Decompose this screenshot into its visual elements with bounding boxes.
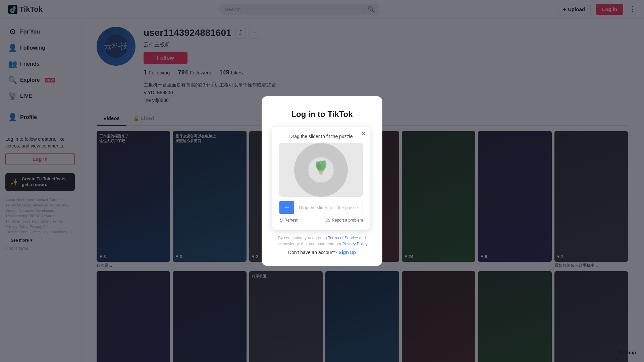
login-modal: Log in to TikTok ✕ Drag the slider to fi… [262,96,382,266]
refresh-icon: ↻ [279,218,283,223]
svg-point-7 [319,172,323,175]
captcha-close-button[interactable]: ✕ [361,130,366,137]
terms-of-service-link[interactable]: Terms of Service [328,236,358,240]
captcha-slider-handle[interactable]: → [279,201,294,214]
captcha-puzzle-piece [308,157,334,183]
captcha-report-button[interactable]: ⚠ Report a problem [326,218,363,223]
privacy-policy-link[interactable]: Privacy Policy [342,242,368,246]
captcha-slider[interactable]: → Drag the slider to fit the puzzle [279,201,363,214]
captcha-slider-text: Drag the slider to fit the puzzle [299,205,358,210]
captcha-footer: ↻ Refresh ⚠ Report a problem [279,218,363,223]
captcha-image [279,143,363,197]
login-modal-terms: By continuing, you agree to Terms of Ser… [272,235,372,247]
login-modal-signup: Don't have an account? Sign up [272,250,372,255]
login-modal-title: Log in to TikTok [272,110,372,119]
sign-up-link[interactable]: Sign up [339,250,356,255]
report-icon: ⚠ [326,218,330,223]
captcha-modal: ✕ Drag the slider to fit the puzzle [272,127,370,230]
captcha-slider-track: Drag the slider to fit the puzzle [294,201,363,214]
captcha-puzzle-svg [308,157,334,183]
modal-overlay: Log in to TikTok ✕ Drag the slider to fi… [0,0,644,362]
captcha-refresh-button[interactable]: ↻ Refresh [279,218,299,223]
slider-arrow-icon: → [284,204,290,211]
captcha-title: Drag the slider to fit the puzzle [279,134,363,139]
